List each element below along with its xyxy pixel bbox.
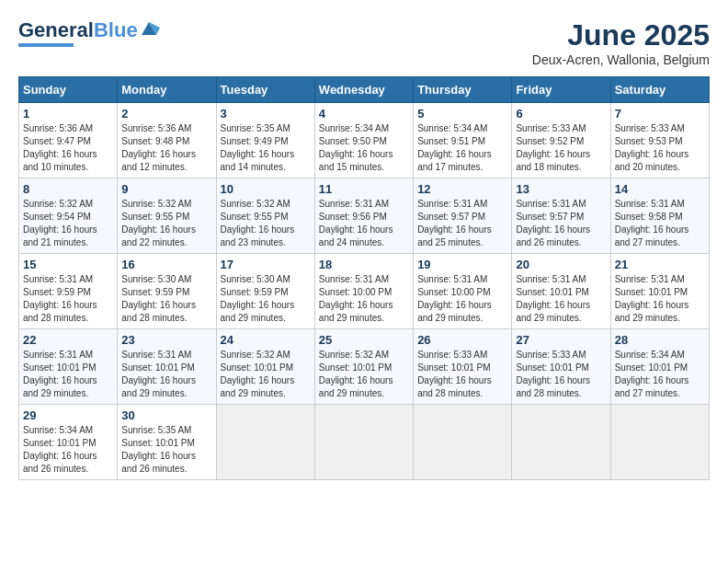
- table-row: [512, 405, 610, 480]
- calendar-week-row: 22 Sunrise: 5:31 AMSunset: 10:01 PMDayli…: [19, 329, 710, 405]
- day-info: Sunrise: 5:32 AMSunset: 9:55 PMDaylight:…: [121, 199, 196, 247]
- day-number: 18: [319, 258, 409, 271]
- day-number: 13: [516, 182, 606, 196]
- table-row: 2 Sunrise: 5:36 AMSunset: 9:48 PMDayligh…: [118, 103, 216, 178]
- table-row: 25 Sunrise: 5:32 AMSunset: 10:01 PMDayli…: [314, 329, 413, 405]
- table-row: 23 Sunrise: 5:31 AMSunset: 10:01 PMDayli…: [118, 329, 216, 405]
- day-number: 9: [121, 182, 211, 196]
- day-info: Sunrise: 5:34 AMSunset: 9:50 PMDaylight:…: [319, 123, 393, 172]
- header-saturday: Saturday: [610, 77, 709, 103]
- title-area: June 2025 Deux-Acren, Wallonia, Belgium: [532, 18, 710, 67]
- header-tuesday: Tuesday: [216, 77, 314, 103]
- day-number: 27: [516, 333, 606, 347]
- day-number: 29: [23, 408, 113, 422]
- calendar-header-row: Sunday Monday Tuesday Wednesday Thursday…: [19, 77, 710, 103]
- day-number: 12: [417, 182, 507, 196]
- day-number: 1: [23, 107, 113, 121]
- day-number: 22: [23, 333, 113, 347]
- day-info: Sunrise: 5:31 AMSunset: 10:01 PMDaylight…: [121, 350, 196, 398]
- day-number: 17: [221, 258, 311, 271]
- calendar-table: Sunday Monday Tuesday Wednesday Thursday…: [18, 76, 710, 480]
- day-number: 2: [121, 107, 211, 121]
- day-number: 5: [417, 107, 507, 121]
- day-info: Sunrise: 5:32 AMSunset: 10:01 PMDaylight…: [319, 350, 393, 398]
- table-row: 18 Sunrise: 5:31 AMSunset: 10:00 PMDayli…: [314, 254, 413, 329]
- table-row: 17 Sunrise: 5:30 AMSunset: 9:59 PMDaylig…: [216, 254, 314, 329]
- day-number: 26: [417, 333, 507, 347]
- table-row: [314, 405, 413, 480]
- header-friday: Friday: [512, 77, 610, 103]
- day-info: Sunrise: 5:36 AMSunset: 9:48 PMDaylight:…: [121, 123, 196, 172]
- day-number: 16: [121, 258, 211, 271]
- day-info: Sunrise: 5:31 AMSunset: 9:56 PMDaylight:…: [319, 199, 393, 247]
- table-row: [414, 405, 512, 480]
- header-wednesday: Wednesday: [314, 77, 413, 103]
- day-number: 14: [615, 182, 705, 196]
- day-info: Sunrise: 5:33 AMSunset: 9:53 PMDaylight:…: [615, 123, 689, 172]
- table-row: 28 Sunrise: 5:34 AMSunset: 10:01 PMDayli…: [610, 329, 709, 405]
- day-info: Sunrise: 5:31 AMSunset: 10:01 PMDaylight…: [516, 274, 590, 323]
- table-row: 27 Sunrise: 5:33 AMSunset: 10:01 PMDayli…: [512, 329, 610, 405]
- day-info: Sunrise: 5:32 AMSunset: 9:55 PMDaylight:…: [221, 199, 295, 247]
- calendar-week-row: 15 Sunrise: 5:31 AMSunset: 9:59 PMDaylig…: [19, 254, 710, 329]
- day-info: Sunrise: 5:33 AMSunset: 10:01 PMDaylight…: [417, 350, 492, 398]
- day-info: Sunrise: 5:35 AMSunset: 9:49 PMDaylight:…: [221, 123, 295, 172]
- calendar-week-row: 29 Sunrise: 5:34 AMSunset: 10:01 PMDayli…: [19, 405, 710, 480]
- table-row: 12 Sunrise: 5:31 AMSunset: 9:57 PMDaylig…: [414, 178, 512, 254]
- table-row: 4 Sunrise: 5:34 AMSunset: 9:50 PMDayligh…: [314, 103, 413, 178]
- header-sunday: Sunday: [19, 77, 118, 103]
- day-number: 21: [615, 258, 705, 271]
- day-info: Sunrise: 5:31 AMSunset: 9:59 PMDaylight:…: [23, 274, 97, 323]
- table-row: 24 Sunrise: 5:32 AMSunset: 10:01 PMDayli…: [216, 329, 314, 405]
- table-row: 7 Sunrise: 5:33 AMSunset: 9:53 PMDayligh…: [610, 103, 709, 178]
- header-monday: Monday: [118, 77, 216, 103]
- day-number: 23: [121, 333, 211, 347]
- day-info: Sunrise: 5:30 AMSunset: 9:59 PMDaylight:…: [121, 274, 196, 323]
- table-row: 10 Sunrise: 5:32 AMSunset: 9:55 PMDaylig…: [216, 178, 314, 254]
- table-row: 19 Sunrise: 5:31 AMSunset: 10:00 PMDayli…: [414, 254, 512, 329]
- table-row: 15 Sunrise: 5:31 AMSunset: 9:59 PMDaylig…: [19, 254, 118, 329]
- day-info: Sunrise: 5:31 AMSunset: 9:57 PMDaylight:…: [417, 199, 492, 247]
- month-title: June 2025: [532, 18, 710, 52]
- table-row: 9 Sunrise: 5:32 AMSunset: 9:55 PMDayligh…: [118, 178, 216, 254]
- page-header: GeneralBlue June 2025 Deux-Acren, Wallon…: [18, 18, 710, 67]
- day-number: 25: [319, 333, 409, 347]
- day-number: 19: [417, 258, 507, 271]
- table-row: 11 Sunrise: 5:31 AMSunset: 9:56 PMDaylig…: [314, 178, 413, 254]
- table-row: 26 Sunrise: 5:33 AMSunset: 10:01 PMDayli…: [414, 329, 512, 405]
- day-info: Sunrise: 5:31 AMSunset: 10:01 PMDaylight…: [23, 350, 97, 398]
- day-number: 7: [615, 107, 705, 121]
- day-number: 15: [23, 258, 113, 271]
- day-number: 6: [516, 107, 606, 121]
- table-row: 8 Sunrise: 5:32 AMSunset: 9:54 PMDayligh…: [19, 178, 118, 254]
- day-info: Sunrise: 5:31 AMSunset: 9:57 PMDaylight:…: [516, 199, 590, 247]
- day-number: 8: [23, 182, 113, 196]
- logo-bar: [18, 43, 74, 47]
- day-info: Sunrise: 5:31 AMSunset: 9:58 PMDaylight:…: [615, 199, 689, 247]
- calendar-week-row: 1 Sunrise: 5:36 AMSunset: 9:47 PMDayligh…: [19, 103, 710, 178]
- day-number: 4: [319, 107, 409, 121]
- table-row: 30 Sunrise: 5:35 AMSunset: 10:01 PMDayli…: [118, 405, 216, 480]
- table-row: 20 Sunrise: 5:31 AMSunset: 10:01 PMDayli…: [512, 254, 610, 329]
- table-row: [216, 405, 314, 480]
- day-number: 20: [516, 258, 606, 271]
- table-row: 29 Sunrise: 5:34 AMSunset: 10:01 PMDayli…: [19, 405, 118, 480]
- table-row: 6 Sunrise: 5:33 AMSunset: 9:52 PMDayligh…: [512, 103, 610, 178]
- table-row: 5 Sunrise: 5:34 AMSunset: 9:51 PMDayligh…: [414, 103, 512, 178]
- day-info: Sunrise: 5:31 AMSunset: 10:00 PMDaylight…: [417, 274, 492, 323]
- day-info: Sunrise: 5:34 AMSunset: 10:01 PMDaylight…: [615, 350, 689, 398]
- table-row: 21 Sunrise: 5:31 AMSunset: 10:01 PMDayli…: [610, 254, 709, 329]
- day-info: Sunrise: 5:31 AMSunset: 10:01 PMDaylight…: [615, 274, 689, 323]
- table-row: 1 Sunrise: 5:36 AMSunset: 9:47 PMDayligh…: [19, 103, 118, 178]
- day-info: Sunrise: 5:32 AMSunset: 10:01 PMDaylight…: [221, 350, 295, 398]
- day-number: 28: [615, 333, 705, 347]
- day-number: 30: [121, 408, 211, 422]
- day-number: 3: [221, 107, 311, 121]
- logo-icon: [140, 18, 160, 39]
- logo: GeneralBlue: [18, 18, 160, 47]
- day-info: Sunrise: 5:33 AMSunset: 10:01 PMDaylight…: [516, 350, 590, 398]
- day-number: 24: [221, 333, 311, 347]
- table-row: 3 Sunrise: 5:35 AMSunset: 9:49 PMDayligh…: [216, 103, 314, 178]
- day-info: Sunrise: 5:34 AMSunset: 10:01 PMDaylight…: [23, 425, 97, 474]
- day-info: Sunrise: 5:32 AMSunset: 9:54 PMDaylight:…: [23, 199, 97, 247]
